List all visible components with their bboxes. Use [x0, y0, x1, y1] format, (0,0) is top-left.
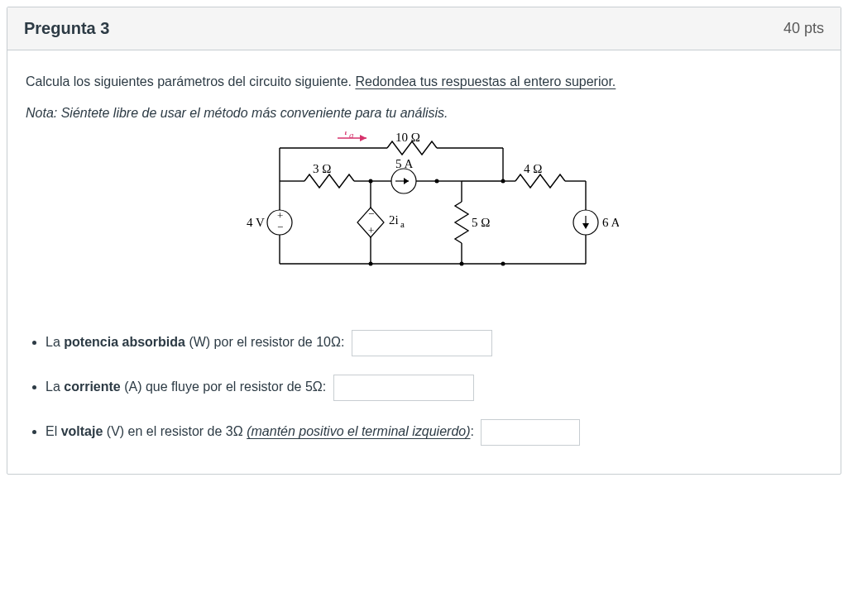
dep-minus: −: [368, 208, 374, 220]
label-r4: 4 Ω: [524, 162, 542, 175]
label-r5: 5 Ω: [472, 216, 490, 229]
answers-list: La potencia absorbida (W) por el resisto…: [26, 330, 822, 446]
dep-plus: +: [368, 224, 374, 236]
vsrc-minus: −: [277, 221, 283, 233]
prompt-line: Calcula los siguientes parámetros del ci…: [26, 72, 822, 92]
svg-point-8: [501, 262, 505, 266]
answer-input-1[interactable]: [352, 330, 492, 356]
label-4v: 4 V: [247, 216, 265, 229]
question-title: Pregunta 3: [24, 19, 109, 38]
vsrc-plus: +: [277, 209, 283, 222]
label-r3: 3 Ω: [313, 162, 331, 175]
label-ia-sub: a: [349, 131, 354, 140]
label-5a: 5 A: [395, 157, 413, 170]
answer-input-2[interactable]: [333, 375, 474, 401]
prompt-lead: Calcula los siguientes parámetros del ci…: [26, 74, 355, 88]
a1-strong: potencia absorbida: [64, 335, 185, 349]
answer-item-3: El voltaje (V) en el resistor de 3Ω (man…: [46, 419, 822, 446]
question-points: 40 pts: [783, 20, 824, 37]
answer-input-3[interactable]: [481, 419, 580, 446]
a3-post: :: [471, 424, 474, 438]
answer-item-2: La corriente (A) que fluye por el resist…: [46, 375, 822, 401]
a2-strong: corriente: [64, 380, 120, 394]
label-6a: 6 A: [602, 216, 619, 229]
question-card: Pregunta 3 40 pts Calcula los siguientes…: [7, 7, 841, 475]
a1-post: (W) por el resistor de 10Ω:: [185, 335, 344, 349]
svg-point-4: [434, 179, 438, 184]
a3-strong: voltaje: [61, 424, 103, 438]
svg-point-5: [501, 179, 505, 184]
a3-pre: El: [46, 424, 61, 438]
question-header: Pregunta 3 40 pts: [7, 7, 841, 50]
prompt-strong: Redondea tus respuestas al entero superi…: [355, 74, 616, 88]
a1-pre: La: [46, 335, 64, 349]
answer-item-1: La potencia absorbida (W) por el resisto…: [46, 330, 822, 356]
question-body: Calcula los siguientes parámetros del ci…: [7, 50, 841, 474]
label-r10: 10 Ω: [395, 131, 420, 144]
label-2ia-sub: a: [400, 219, 405, 229]
note-line: Nota: Siéntete libre de usar el método m…: [26, 103, 822, 123]
label-2ia: 2i: [389, 213, 399, 227]
a2-post: (A) que fluye por el resistor de 5Ω:: [121, 380, 327, 394]
circuit-diagram: 10 Ω i a 3 Ω: [26, 131, 822, 297]
a2-pre: La: [46, 380, 64, 394]
label-ia: i: [344, 131, 347, 137]
a3-mid: (V) en el resistor de 3Ω: [103, 424, 247, 438]
a3-em: (mantén positivo el terminal izquierdo): [247, 424, 470, 438]
